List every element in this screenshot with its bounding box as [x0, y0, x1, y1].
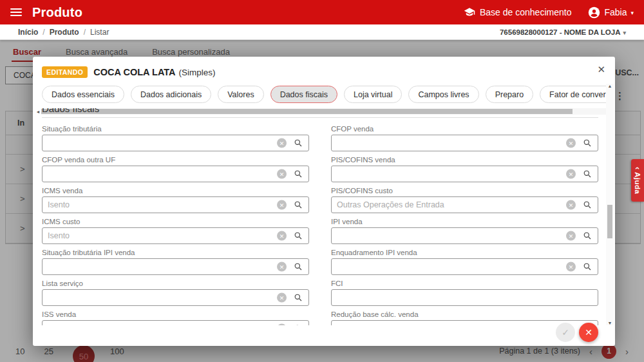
form-scrollbar: ▲ ▼ [606, 84, 614, 325]
field-cfop-venda-outra-uf: CFOP venda outra UF✕ [42, 156, 309, 182]
search-icon[interactable] [583, 200, 592, 209]
modal-tab-valores[interactable]: Valores [218, 86, 263, 103]
field-iss-venda: ISS venda✕ [42, 310, 309, 325]
field-input[interactable] [43, 259, 308, 274]
clear-icon[interactable]: ✕ [566, 138, 576, 148]
store-selector[interactable]: 76569828000127 - NOME DA LOJA ▾ [500, 28, 626, 36]
search-icon[interactable] [583, 231, 592, 240]
field-input-box: ✕ [42, 258, 309, 275]
field-input-box: ✕ [42, 227, 309, 244]
search-icon[interactable] [294, 138, 303, 148]
search-icon[interactable] [294, 293, 303, 302]
search-icon[interactable] [294, 169, 303, 178]
clear-icon[interactable]: ✕ [277, 169, 287, 179]
scroll-up-icon[interactable]: ▲ [606, 84, 614, 88]
chevron-down-icon: ▾ [630, 10, 634, 16]
clear-icon[interactable]: ✕ [277, 293, 287, 303]
search-icon[interactable] [583, 262, 592, 271]
field-input-box: ✕ [331, 258, 598, 275]
chevron-down-icon: ▾ [623, 30, 626, 36]
clear-icon[interactable]: ✕ [566, 262, 576, 272]
field-input[interactable] [332, 290, 598, 305]
field-label: ICMS venda [42, 187, 309, 195]
confirm-button[interactable]: ✓ [556, 323, 575, 342]
field-input-box: ✕ [42, 320, 309, 325]
field-input[interactable] [43, 135, 308, 151]
field-situa-o-tribut-ria-ipi-venda: Situação tributária IPI venda✕ [42, 249, 309, 275]
clear-icon[interactable]: ✕ [566, 200, 576, 210]
field-icms-venda: ICMS venda✕ [42, 187, 309, 213]
field-input[interactable] [43, 166, 308, 182]
field-input[interactable] [43, 321, 308, 325]
search-icon[interactable] [583, 138, 592, 148]
field-input[interactable] [43, 197, 308, 213]
breadcrumb-produto[interactable]: Produto [50, 28, 79, 37]
field-label: FCI [331, 280, 598, 287]
breadcrumb-inicio[interactable]: Início [18, 28, 38, 37]
search-icon[interactable] [294, 200, 303, 209]
field-label: IPI venda [331, 218, 598, 225]
search-icon[interactable] [583, 169, 592, 178]
scrollbar-thumb[interactable] [607, 205, 612, 238]
field-icms-custo: ICMS custo✕ [42, 218, 309, 244]
field-input[interactable] [332, 228, 598, 243]
clear-icon[interactable]: ✕ [277, 262, 287, 272]
modal-tab-dados-fiscais[interactable]: Dados fiscais [270, 86, 337, 103]
chevron-left-icon: ‹ [633, 167, 643, 170]
help-tab[interactable]: ‹ Ajuda [631, 159, 644, 202]
search-icon[interactable] [294, 231, 303, 240]
field-input-box: ✕ [42, 166, 309, 182]
field-input-box: ✕ [331, 166, 598, 182]
field-input[interactable] [332, 321, 598, 325]
help-tab-label: Ajuda [634, 172, 641, 194]
menu-icon[interactable] [10, 8, 22, 16]
scroll-down-icon[interactable]: ▼ [606, 321, 614, 325]
cancel-button[interactable]: ✕ [579, 323, 598, 342]
breadcrumb-separator: / [84, 28, 86, 37]
user-avatar-icon [588, 6, 600, 19]
field-label: Situação tributária IPI venda [42, 249, 309, 256]
field-label: Redução base cálc. venda [331, 310, 598, 318]
knowledge-base-icon [464, 6, 475, 18]
modal-tab-dados-essenciais[interactable]: Dados essenciais [42, 86, 124, 103]
user-menu[interactable]: Fabia ▾ [588, 6, 634, 19]
modal-tab-dados-adicionais[interactable]: Dados adicionais [131, 86, 211, 103]
field-cfop-venda: CFOP venda✕ [331, 125, 598, 151]
modal-tab-campos-livres[interactable]: Campos livres [408, 86, 478, 103]
section-title: Dados fiscais [42, 108, 598, 114]
knowledge-base-link[interactable]: Base de conhecimento [464, 6, 571, 18]
clear-icon[interactable]: ✕ [277, 231, 287, 241]
modal-tab-fator-de-convers-o[interactable]: Fator de conversão [540, 86, 606, 103]
field-label: Enquadramento IPI venda [331, 249, 598, 256]
field-input[interactable] [43, 290, 308, 305]
modal-tab-loja-virtual[interactable]: Loja virtual [344, 86, 402, 103]
field-input[interactable] [43, 228, 308, 243]
field-label: CFOP venda outra UF [42, 156, 309, 164]
edit-product-modal: EDITANDO COCA COLA LATA (Simples) ✕ Dado… [33, 57, 615, 346]
clear-icon[interactable]: ✕ [277, 200, 287, 210]
clear-icon[interactable]: ✕ [277, 138, 287, 148]
product-title: COCA COLA LATA [93, 67, 175, 77]
section-divider [42, 117, 598, 118]
field-redu-o-base-c-lc-venda: Redução base cálc. venda▲ [331, 310, 598, 325]
field-label: PIS/COFINS venda [331, 156, 598, 164]
close-icon[interactable]: ✕ [597, 64, 605, 74]
field-input[interactable] [332, 166, 598, 182]
field-ipi-venda: IPI venda✕ [331, 218, 598, 244]
product-type: (Simples) [179, 68, 216, 77]
field-input[interactable] [332, 197, 598, 213]
field-input-box: ▲ [331, 320, 598, 325]
search-icon[interactable] [294, 262, 303, 271]
field-input[interactable] [332, 259, 598, 274]
search-icon[interactable] [294, 324, 303, 325]
field-input-box: ✕ [42, 289, 309, 306]
breadcrumb-listar[interactable]: Listar [90, 28, 109, 37]
modal-tab-preparo[interactable]: Preparo [486, 86, 533, 103]
field-fci: FCI [331, 280, 598, 306]
clear-icon[interactable]: ✕ [566, 169, 576, 179]
field-label: CFOP venda [331, 125, 598, 133]
clear-icon[interactable]: ✕ [566, 231, 576, 241]
field-input[interactable] [332, 135, 598, 151]
scroll-left-icon[interactable]: ◄ [35, 110, 41, 114]
field-input-box: ✕ [331, 227, 598, 244]
